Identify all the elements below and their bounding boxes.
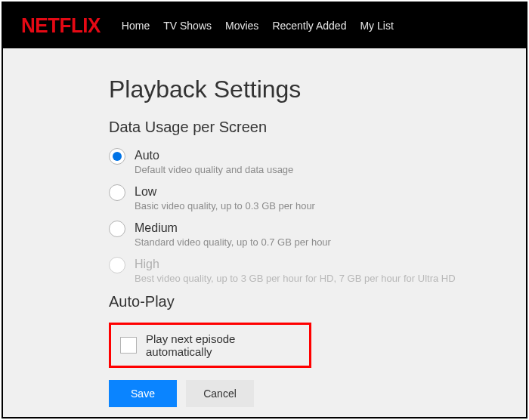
nav-links: Home TV Shows Movies Recently Added My L… — [122, 20, 394, 32]
option-high: High Best video quality, up to 3 GB per … — [109, 257, 526, 284]
option-auto-label: Auto — [135, 149, 293, 162]
autoplay-label: Play next episode automatically — [146, 332, 300, 358]
nav-recently-added[interactable]: Recently Added — [272, 20, 346, 32]
save-button[interactable]: Save — [109, 380, 177, 407]
option-medium: Medium Standard video quality, up to 0.7… — [109, 221, 526, 248]
action-buttons: Save Cancel — [109, 380, 526, 407]
nav-tv-shows[interactable]: TV Shows — [163, 20, 212, 32]
netflix-logo: NETFLIX — [21, 14, 101, 39]
option-medium-label: Medium — [135, 221, 331, 235]
radio-low[interactable] — [109, 184, 125, 201]
settings-content: Playback Settings Data Usage per Screen … — [3, 48, 526, 407]
option-auto-desc: Default video quality and data usage — [135, 164, 293, 175]
cancel-button[interactable]: Cancel — [186, 380, 254, 407]
nav-home[interactable]: Home — [122, 20, 150, 32]
autoplay-checkbox[interactable] — [120, 337, 137, 354]
top-nav: NETFLIX Home TV Shows Movies Recently Ad… — [3, 3, 526, 48]
radio-auto[interactable] — [109, 148, 125, 165]
option-low-desc: Basic video quality, up to 0.3 GB per ho… — [135, 200, 315, 212]
data-usage-heading: Data Usage per Screen — [109, 119, 526, 136]
radio-high — [109, 257, 125, 273]
nav-movies[interactable]: Movies — [225, 20, 258, 32]
nav-my-list[interactable]: My List — [360, 20, 393, 32]
data-usage-options: Auto Default video quality and data usag… — [109, 148, 526, 284]
option-low-label: Low — [135, 185, 315, 199]
option-high-label: High — [135, 258, 456, 271]
page-title: Playback Settings — [109, 76, 526, 103]
autoplay-heading: Auto-Play — [109, 293, 526, 310]
autoplay-row-highlight: Play next episode automatically — [109, 323, 311, 368]
option-medium-desc: Standard video quality, up to 0.7 GB per… — [135, 236, 331, 248]
option-low: Low Basic video quality, up to 0.3 GB pe… — [109, 184, 526, 212]
radio-medium[interactable] — [109, 221, 125, 237]
option-high-desc: Best video quality, up to 3 GB per hour … — [135, 273, 456, 284]
option-auto: Auto Default video quality and data usag… — [109, 148, 526, 175]
